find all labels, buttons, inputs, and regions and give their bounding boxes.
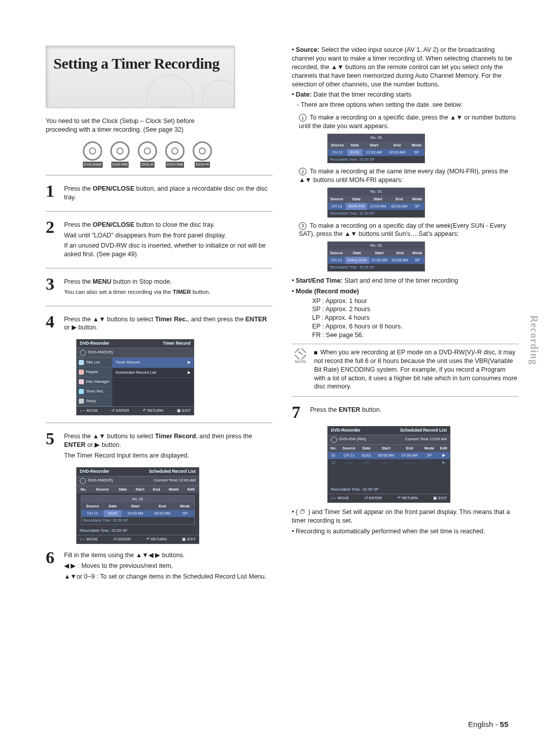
step-3: 3 Press the MENU button in Stop mode. Yo… — [46, 276, 272, 298]
case-2: 2 To make a recording at the same time e… — [299, 167, 518, 185]
step-6: 6 Fill in the items using the ▲▼◀ ▶ butt… — [46, 549, 272, 583]
step-2: 2 Press the OPEN/CLOSE button to close t… — [46, 219, 272, 261]
right-column: • Source: Select the video input source … — [292, 46, 518, 583]
step-number: 1 — [46, 183, 59, 200]
osd-scheduled-record-screenshot: DVD-Recorder Scheduled Record List DVD-R… — [76, 467, 199, 544]
section-tab: Recording — [527, 315, 541, 365]
step-2-line3: If an unused DVD-RW disc is inserted, wh… — [64, 241, 272, 259]
case-1-osd: No. 01 SourceDateStartEndMode CH 1101/01… — [327, 134, 425, 163]
osd-step7-screenshot: DVD-Recorder Scheduled Record List DVD-R… — [327, 426, 450, 503]
tail-bullets: • ( ⏱ ) and Timer Set will appear on the… — [292, 508, 518, 536]
disc-dvdram: DVD-RAM — [81, 141, 104, 168]
circled-2-icon: 2 — [299, 168, 307, 175]
note-icon — [295, 348, 306, 359]
note-block: NOTE When you are recording at EP mode o… — [292, 344, 518, 391]
clock-note: You need to set the Clock (Setup – Clock… — [46, 117, 272, 134]
page-footer: English - 55 — [468, 719, 508, 730]
step-number: 5 — [46, 430, 59, 447]
source-date-bullets: • Source: Select the video input source … — [292, 46, 518, 109]
mode-bullet: • Mode (Record mode) XP : Approx. 1 hour… — [292, 287, 518, 340]
case-3: 3 To make a recording on a specific day … — [299, 222, 518, 239]
case-2-osd: No. 01 SourceDateStartEndMode CH 11MON-F… — [327, 188, 425, 217]
circled-1-icon: 1 — [299, 114, 307, 122]
svg-rect-0 — [295, 348, 306, 359]
step-number: 2 — [46, 219, 59, 236]
step-7: 7 Press the ENTER button. — [292, 404, 518, 421]
case-3-osd: No. 01 SourceDateStartEndMode CH 11Every… — [327, 241, 425, 271]
sched-outer-table: No.SourceDateStartEndModeEdit — [77, 486, 199, 493]
disc-type-row: DVD-RAM DVD-RW DVD-R DVD+RW DVD+R — [81, 141, 272, 168]
step-number: 4 — [46, 313, 59, 330]
disc-dvdrw: DVD-RW — [109, 141, 131, 168]
title-card: Setting a Timer Recording — [46, 46, 235, 108]
left-column: Setting a Timer Recording You need to se… — [46, 46, 272, 583]
disc-dvdplusr: DVD+R — [191, 141, 214, 168]
disc-dvdplusrw: DVD+RW — [164, 141, 186, 168]
case-1: 1 To make a recording on a specific date… — [299, 113, 518, 131]
step-5: 5 Press the ▲▼ buttons to select Timer R… — [46, 430, 272, 462]
step-number: 7 — [292, 404, 305, 421]
start-end-bullet: • Start/End Time: Start and end time of … — [292, 277, 518, 285]
osd-menu-screenshot: DVD-Recorder Timer Record DVD-RW(VR) Tit… — [76, 339, 194, 415]
step-number: 3 — [46, 276, 59, 293]
circled-3-icon: 3 — [299, 222, 307, 230]
step-4: 4 Press the ▲▼ buttons to select Timer R… — [46, 313, 272, 335]
page-title: Setting a Timer Recording — [53, 53, 227, 74]
step-1: 1 Press the OPEN/CLOSE button, and place… — [46, 183, 272, 204]
step-2-line2: Wait until "LOAD" disappears from the fr… — [64, 231, 272, 240]
step-number: 6 — [46, 549, 59, 566]
disc-dvdr: DVD-R — [136, 141, 159, 168]
